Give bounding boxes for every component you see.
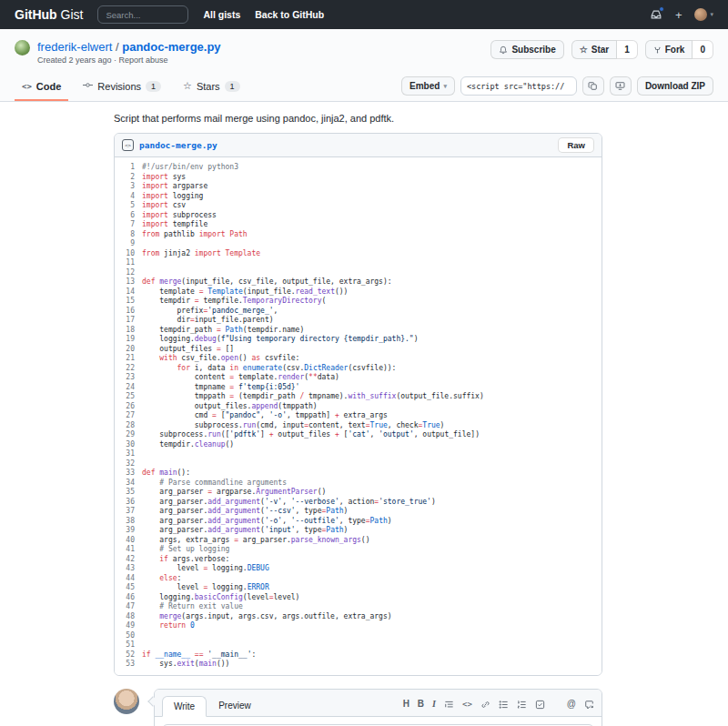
- line-number[interactable]: 28: [115, 421, 142, 431]
- line-number[interactable]: 50: [115, 631, 142, 641]
- line-number[interactable]: 24: [115, 383, 142, 393]
- line-number[interactable]: 39: [115, 526, 142, 536]
- line-number[interactable]: 8: [115, 230, 142, 240]
- code-line: arg_parser.add_argument('input', type=Pa…: [142, 526, 602, 536]
- tab-preview[interactable]: Preview: [207, 695, 263, 716]
- line-number[interactable]: 10: [115, 249, 142, 259]
- nav-all-gists[interactable]: All gists: [203, 9, 240, 20]
- title-separator: /: [116, 40, 119, 54]
- ordered-list-icon[interactable]: [517, 700, 527, 710]
- line-number[interactable]: 27: [115, 411, 142, 421]
- line-number[interactable]: 7: [115, 220, 142, 230]
- line-number[interactable]: 17: [115, 316, 142, 326]
- line-number[interactable]: 53: [115, 660, 142, 670]
- bold-icon[interactable]: B: [418, 700, 424, 709]
- nav-back-to-github[interactable]: Back to GitHub: [255, 9, 324, 20]
- fork-count[interactable]: 0: [693, 40, 713, 59]
- line-number[interactable]: 11: [115, 258, 142, 268]
- line-number[interactable]: 9: [115, 239, 142, 249]
- mention-icon[interactable]: @: [567, 700, 576, 709]
- code-row: 46 logging.basicConfig(level=level): [115, 593, 602, 603]
- line-number[interactable]: 30: [115, 440, 142, 450]
- line-number[interactable]: 22: [115, 364, 142, 374]
- code-icon[interactable]: <>: [462, 701, 472, 709]
- line-number[interactable]: 5: [115, 201, 142, 211]
- tab-write[interactable]: Write: [162, 696, 207, 717]
- line-number[interactable]: 12: [115, 268, 142, 278]
- author-avatar[interactable]: [15, 40, 30, 55]
- cross-reference-icon[interactable]: [584, 700, 594, 710]
- line-number[interactable]: 14: [115, 287, 142, 297]
- line-number[interactable]: 3: [115, 182, 142, 192]
- line-number[interactable]: 38: [115, 517, 142, 527]
- embed-url-input[interactable]: [460, 76, 577, 96]
- line-number[interactable]: 23: [115, 373, 142, 383]
- download-zip-button[interactable]: Download ZIP: [637, 76, 713, 96]
- line-number[interactable]: 1: [115, 163, 142, 173]
- raw-button[interactable]: Raw: [558, 137, 594, 153]
- line-number[interactable]: 43: [115, 564, 142, 574]
- create-new-gist-button[interactable]: +: [675, 8, 682, 22]
- line-number[interactable]: 29: [115, 430, 142, 440]
- tab-code[interactable]: <> Code: [15, 74, 68, 101]
- line-number[interactable]: 25: [115, 392, 142, 402]
- line-number[interactable]: 44: [115, 574, 142, 584]
- notifications-button[interactable]: [650, 8, 662, 21]
- line-number[interactable]: 46: [115, 593, 142, 603]
- line-number[interactable]: 19: [115, 335, 142, 345]
- line-number[interactable]: 52: [115, 650, 142, 660]
- line-number[interactable]: 20: [115, 345, 142, 355]
- line-number[interactable]: 32: [115, 459, 142, 469]
- file-name-link[interactable]: pandoc-merge.py: [139, 140, 217, 150]
- link-icon[interactable]: [480, 700, 490, 710]
- line-number[interactable]: 45: [115, 583, 142, 593]
- line-number[interactable]: 6: [115, 211, 142, 221]
- line-number[interactable]: 48: [115, 612, 142, 622]
- line-number[interactable]: 18: [115, 326, 142, 336]
- line-number[interactable]: 2: [115, 173, 142, 183]
- github-gist-logo[interactable]: GitHub Gist: [15, 7, 83, 22]
- line-number[interactable]: 34: [115, 479, 142, 489]
- subscribe-button[interactable]: Subscribe: [490, 40, 563, 59]
- line-number[interactable]: 49: [115, 621, 142, 631]
- line-number[interactable]: 16: [115, 307, 142, 317]
- line-number[interactable]: 40: [115, 536, 142, 546]
- code-line: tmpname = f'temp{i:05d}': [142, 383, 602, 393]
- tab-stars[interactable]: ☆ Stars 1: [176, 74, 248, 101]
- line-number[interactable]: 33: [115, 469, 142, 479]
- star-button[interactable]: ☆ Star: [571, 40, 617, 59]
- tab-revisions[interactable]: Revisions 1: [76, 74, 168, 101]
- gist-filename-link[interactable]: pandoc-merge.py: [122, 40, 220, 54]
- line-number[interactable]: 21: [115, 354, 142, 364]
- line-number[interactable]: 13: [115, 277, 142, 287]
- embed-dropdown[interactable]: Embed ▾: [401, 76, 455, 96]
- line-number[interactable]: 47: [115, 602, 142, 612]
- quote-icon[interactable]: [444, 700, 454, 710]
- search-input[interactable]: [97, 5, 188, 24]
- code-row: 11: [115, 258, 602, 268]
- line-number[interactable]: 42: [115, 555, 142, 565]
- line-number[interactable]: 4: [115, 192, 142, 202]
- user-menu[interactable]: ▾: [694, 8, 713, 21]
- italic-icon[interactable]: I: [432, 700, 436, 709]
- line-number[interactable]: 31: [115, 449, 142, 459]
- line-number[interactable]: 51: [115, 640, 142, 650]
- report-abuse-link[interactable]: Report abuse: [119, 55, 168, 65]
- code-row: 42 if args.verbose:: [115, 555, 602, 565]
- line-number[interactable]: 15: [115, 297, 142, 307]
- author-link[interactable]: frederik-elwert: [37, 40, 112, 54]
- heading-icon[interactable]: H: [403, 700, 410, 709]
- current-user-avatar[interactable]: [114, 689, 139, 714]
- line-number[interactable]: 36: [115, 498, 142, 508]
- star-count[interactable]: 1: [617, 40, 638, 59]
- copy-embed-button[interactable]: [582, 76, 604, 96]
- line-number[interactable]: 41: [115, 545, 142, 555]
- code-row: 5import csv: [115, 201, 602, 211]
- line-number[interactable]: 35: [115, 488, 142, 498]
- line-number[interactable]: 26: [115, 402, 142, 412]
- fork-button[interactable]: Fork: [645, 40, 693, 59]
- tasklist-icon[interactable]: [535, 700, 545, 710]
- unordered-list-icon[interactable]: [499, 700, 509, 710]
- line-number[interactable]: 37: [115, 507, 142, 517]
- open-with-desktop-button[interactable]: [610, 76, 632, 96]
